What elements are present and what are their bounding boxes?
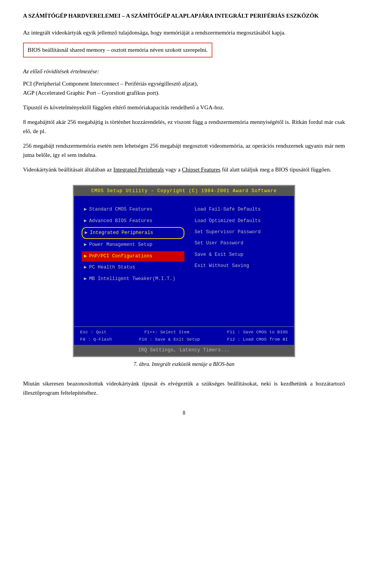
bios-footer-row-2: F8 : Q-Flash F10 : Save & Exit Setup F12… <box>80 336 288 343</box>
paragraph-6-7: 8 megabájttól akár 256 megabájtig is tör… <box>23 117 345 136</box>
paragraph-1: Az integrált videokártyák egyik jellemző… <box>23 28 345 37</box>
arrow-icon: ▶ <box>84 217 87 225</box>
arrow-icon: ▶ <box>84 206 87 213</box>
page-number: 8 <box>23 409 345 417</box>
bios-footer-f11: F11 : Save CMOS to BIOS <box>227 329 288 336</box>
bios-image-container: CMOS Setup Utility – Copyright (C) 1984-… <box>73 185 295 369</box>
paragraph-8: 256 megabájt rendszermemória esetén nem … <box>23 141 345 160</box>
chipset-features-link[interactable]: Chipset Features <box>182 166 220 173</box>
bios-footer-f8: F8 : Q-Flash <box>80 336 112 343</box>
section-heading: Az előző rövidítések értelmezése: <box>23 67 345 76</box>
bios-footer-f12: F12 : Load CMOS from BI <box>227 336 288 343</box>
highlight-text: BIOS beállításnál shared memory – osztot… <box>28 47 208 53</box>
bios-right-save-exit: Save & Exit Setup <box>192 250 290 260</box>
bios-footer: Esc : Quit F1++: Select Item F11 : Save … <box>74 326 294 345</box>
bios-menu-item-integrated[interactable]: ▶ Integrated Peripherals <box>82 227 184 239</box>
bios-screen: CMOS Setup Utility – Copyright (C) 1984-… <box>73 185 295 357</box>
agp-line: AGP (Accelerated Graphic Port – Gyorsíto… <box>23 88 345 97</box>
pci-line: PCI (Peripherial Component Interconnect … <box>23 79 345 88</box>
arrow-icon: ▶ <box>84 264 87 271</box>
bios-menu-item-advanced[interactable]: ▶ Advanced BIOS Features <box>82 216 184 226</box>
arrow-icon: ▶ <box>85 229 88 237</box>
paragraph-5: Típustól és követelményektől függően elt… <box>23 103 345 112</box>
arrow-icon: ▶ <box>84 253 87 260</box>
bios-left-panel: ▶ Standard CMOS Features ▶ Advanced BIOS… <box>74 200 188 324</box>
para9-pre: Videokártyánk beállításait általában az <box>23 166 113 173</box>
bios-menu-item-pnp[interactable]: ▶ PnP/PCI Configurations <box>82 251 184 262</box>
arrow-icon: ▶ <box>84 275 87 283</box>
paragraph-9: Videokártyánk beállításait általában az … <box>23 165 345 174</box>
bios-content: ▶ Standard CMOS Features ▶ Advanced BIOS… <box>74 196 294 326</box>
bios-right-user-pwd: Set User Password <box>192 238 290 249</box>
bios-right-load-failsafe: Load Fail-Safe Defaults <box>192 204 290 215</box>
abbreviations-block: Az előző rövidítések értelmezése: PCI (P… <box>23 67 345 97</box>
bios-footer-row-1: Esc : Quit F1++: Select Item F11 : Save … <box>80 329 288 336</box>
arrow-icon: ▶ <box>84 241 87 249</box>
bios-menu-item-standard[interactable]: ▶ Standard CMOS Features <box>82 204 184 215</box>
para9-post: fül alatt találjuk meg a BIOS típusától … <box>220 166 331 173</box>
highlight-box: BIOS beállításnál shared memory – osztot… <box>23 43 212 58</box>
bios-right-load-optimized: Load Optimized Defaults <box>192 216 290 226</box>
bios-footer-f1: F1++: Select Item <box>144 329 189 336</box>
bios-title-bar: CMOS Setup Utility – Copyright (C) 1984-… <box>74 186 294 196</box>
bios-menu-item-health[interactable]: ▶ PC Health Status <box>82 262 184 273</box>
page-title: A SZÁMÍTÓGÉP HARDVERELEMEI – A SZÁMÍTÓGÉ… <box>23 12 345 20</box>
bios-footer-esc: Esc : Quit <box>80 329 107 336</box>
bios-right-supervisor-pwd: Set Supervisor Password <box>192 227 290 237</box>
bios-right-exit-nosave: Exit Without Saving <box>192 261 290 271</box>
bios-menu-item-mit[interactable]: ▶ MB Intelligent Tweaker(M.I.T.) <box>82 274 184 284</box>
paragraph-10: Miután sikeresen beazonosítottuk videoká… <box>23 379 345 397</box>
bios-right-panel: Load Fail-Safe Defaults Load Optimized D… <box>188 200 294 324</box>
bios-menu-item-power[interactable]: ▶ Power Management Setup <box>82 240 184 250</box>
integrated-peripherals-link[interactable]: Integrated Peripherals <box>113 166 164 173</box>
para9-mid: vagy a <box>164 166 182 173</box>
figure-caption: 7. ábra. Integrált eszközök menüje a BIO… <box>134 360 235 369</box>
bios-bottom-bar: IRQ Settings, Latency Timers... <box>74 345 294 356</box>
bios-footer-f10: F10 : Save & Exit Setup <box>139 336 200 343</box>
